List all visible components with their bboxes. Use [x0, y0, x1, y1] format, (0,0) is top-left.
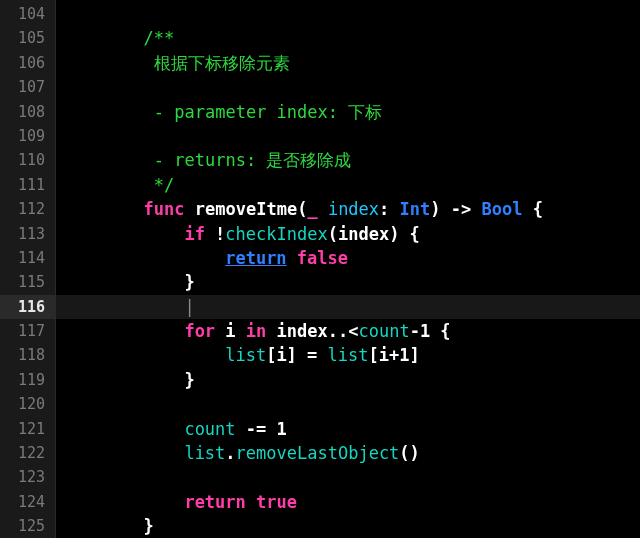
code-token: return	[184, 492, 256, 512]
code-token	[318, 199, 328, 219]
code-token: _	[307, 199, 317, 219]
code-token: list	[225, 345, 266, 365]
code-token: */	[154, 175, 174, 195]
code-token: 1	[277, 419, 287, 439]
code-token: -=	[236, 419, 277, 439]
line-number: 104	[0, 2, 55, 26]
line-number: 109	[0, 124, 55, 148]
line-number: 106	[0, 51, 55, 75]
code-token: 1	[399, 345, 409, 365]
code-token: .	[225, 443, 235, 463]
line-number: 111	[0, 173, 55, 197]
code-token: |	[184, 297, 194, 317]
code-token: :	[379, 199, 399, 219]
code-token: count	[184, 419, 235, 439]
code-token: }	[184, 272, 194, 292]
code-token: count	[358, 321, 409, 341]
code-token: (index) {	[328, 224, 420, 244]
code-line[interactable]	[56, 75, 640, 99]
code-token: 根据下标移除元素	[154, 53, 290, 73]
code-token: - returns: 是否移除成	[154, 150, 352, 170]
line-number: 107	[0, 75, 55, 99]
line-number: 119	[0, 368, 55, 392]
code-token: /**	[144, 28, 175, 48]
code-line[interactable]: list[i] = list[i+1]	[56, 343, 640, 367]
code-token: }	[144, 516, 154, 536]
code-token: list	[184, 443, 225, 463]
code-line[interactable]: 根据下标移除元素	[56, 51, 640, 75]
code-token: if	[184, 224, 215, 244]
line-number: 120	[0, 392, 55, 416]
code-line[interactable]: return false	[56, 246, 640, 270]
code-line[interactable]: - returns: 是否移除成	[56, 148, 640, 172]
line-number: 112	[0, 197, 55, 221]
code-token: }	[184, 370, 194, 390]
line-number: 108	[0, 100, 55, 124]
line-number: 122	[0, 441, 55, 465]
code-token: index	[328, 199, 379, 219]
code-token: index..<	[277, 321, 359, 341]
code-token: in	[236, 321, 277, 341]
code-token: return	[225, 248, 286, 268]
line-number: 116	[0, 295, 55, 319]
line-number: 124	[0, 490, 55, 514]
line-number: 125	[0, 514, 55, 538]
code-line[interactable]: - parameter index: 下标	[56, 100, 640, 124]
code-line[interactable]: func removeItme(_ index: Int) -> Bool {	[56, 197, 640, 221]
code-token: (	[297, 199, 307, 219]
code-token: [i] =	[266, 345, 327, 365]
code-line[interactable]	[56, 465, 640, 489]
line-number: 114	[0, 246, 55, 270]
line-number: 115	[0, 270, 55, 294]
code-token: removeItme	[195, 199, 297, 219]
line-number: 105	[0, 26, 55, 50]
code-line[interactable]: }	[56, 270, 640, 294]
code-line[interactable]: if !checkIndex(index) {	[56, 222, 640, 246]
code-line[interactable]: }	[56, 514, 640, 538]
code-token: -	[410, 321, 420, 341]
code-line[interactable]: */	[56, 173, 640, 197]
code-line[interactable]: list.removeLastObject()	[56, 441, 640, 465]
code-token	[287, 248, 297, 268]
code-token: ) ->	[430, 199, 481, 219]
code-token: {	[522, 199, 542, 219]
code-token: Bool	[481, 199, 522, 219]
code-token: removeLastObject	[236, 443, 400, 463]
code-token: false	[297, 248, 348, 268]
code-editor-content[interactable]: /**根据下标移除元素- parameter index: 下标- return…	[56, 0, 640, 538]
code-token: 1	[420, 321, 430, 341]
code-token: - parameter index: 下标	[154, 102, 382, 122]
code-line[interactable]	[56, 392, 640, 416]
code-token: !	[215, 224, 225, 244]
code-line[interactable]: |	[56, 295, 640, 319]
code-token: [i+	[369, 345, 400, 365]
line-number-gutter: 1041051061071081091101111121131141151161…	[0, 0, 56, 538]
line-number: 113	[0, 222, 55, 246]
code-line[interactable]: count -= 1	[56, 417, 640, 441]
code-line[interactable]	[56, 124, 640, 148]
line-number: 110	[0, 148, 55, 172]
code-token: ]	[409, 345, 419, 365]
code-line[interactable]: }	[56, 368, 640, 392]
code-line[interactable]: return true	[56, 490, 640, 514]
code-token: func	[144, 199, 195, 219]
line-number: 118	[0, 343, 55, 367]
code-token: {	[430, 321, 450, 341]
code-token: list	[328, 345, 369, 365]
code-token: true	[256, 492, 297, 512]
code-token: ()	[399, 443, 419, 463]
code-token: i	[225, 321, 235, 341]
code-line[interactable]: for i in index..<count-1 {	[56, 319, 640, 343]
line-number: 117	[0, 319, 55, 343]
code-token: Int	[400, 199, 431, 219]
code-line[interactable]	[56, 2, 640, 26]
line-number: 121	[0, 417, 55, 441]
code-token: for	[184, 321, 225, 341]
code-token: checkIndex	[225, 224, 327, 244]
line-number: 123	[0, 465, 55, 489]
code-line[interactable]: /**	[56, 26, 640, 50]
